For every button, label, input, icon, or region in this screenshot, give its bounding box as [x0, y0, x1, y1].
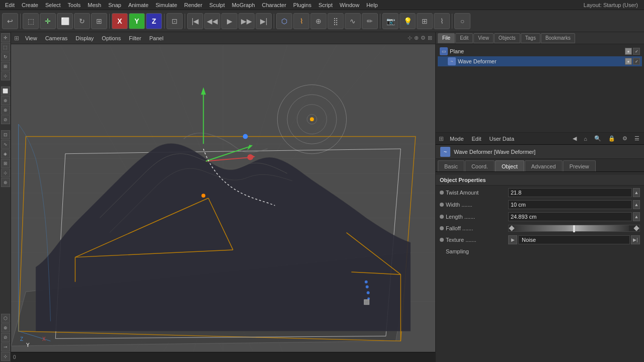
sidebar-tool-15[interactable]: ⊛: [1, 178, 10, 187]
undo-button[interactable]: ↩: [2, 13, 18, 29]
menu-item-animate[interactable]: Animate: [125, 0, 151, 10]
sidebar-select-tool[interactable]: ⬚: [1, 43, 10, 52]
tab-basic[interactable]: Basic: [438, 160, 464, 171]
sidebar-tool-10[interactable]: ⊡: [1, 130, 10, 139]
deformer-button[interactable]: ⌇: [434, 13, 450, 29]
grid-button[interactable]: ⊞: [417, 13, 433, 29]
sidebar-rotate-tool[interactable]: ↻: [1, 52, 10, 61]
viewport-fullscreen-icon[interactable]: ⊞: [428, 35, 432, 41]
props-nav-search[interactable]: 🔍: [593, 135, 603, 142]
menu-item-mograph[interactable]: MoGraph: [229, 0, 258, 10]
obj-tab-view[interactable]: View: [473, 33, 494, 43]
z-axis-button[interactable]: Z: [146, 13, 162, 29]
props-nav-list[interactable]: ☰: [633, 135, 641, 142]
array-button[interactable]: ⣿: [328, 13, 344, 29]
wave-vis-btn[interactable]: ●: [625, 58, 632, 65]
texture-end-btn[interactable]: ▶|: [631, 235, 640, 244]
light-button[interactable]: 💡: [399, 13, 416, 29]
sidebar-move-tool[interactable]: ✛: [1, 33, 10, 42]
sidebar-bottom-3[interactable]: ⊘: [1, 333, 10, 342]
scale-button[interactable]: ⬜: [57, 13, 73, 29]
viewport-menu-options[interactable]: Options: [100, 35, 123, 41]
props-nav-prev[interactable]: ◀: [571, 135, 578, 142]
texture-play-btn[interactable]: ▶: [508, 235, 517, 244]
falloff-handle-center[interactable]: [573, 225, 575, 232]
viewport-menu-view[interactable]: View: [23, 35, 39, 41]
sidebar-tool-5[interactable]: ⊹: [1, 71, 10, 80]
viewport-menu-cameras[interactable]: Cameras: [43, 35, 70, 41]
viewport-menu-display[interactable]: Display: [73, 35, 96, 41]
viewport-canvas[interactable]: Perspective: [11, 44, 435, 352]
viewport-target-icon[interactable]: ⊕: [414, 35, 419, 41]
paint-button[interactable]: ✏: [362, 13, 378, 29]
sidebar-bottom-2[interactable]: ⊕: [1, 323, 10, 332]
menu-item-select[interactable]: Select: [42, 0, 64, 10]
sidebar-tool-6[interactable]: ⬜: [1, 86, 10, 96]
menu-item-simulate[interactable]: Simulate: [152, 0, 180, 10]
sidebar-tool-8[interactable]: ⊗: [1, 106, 10, 115]
props-nav-settings[interactable]: ⚙: [621, 135, 629, 142]
frame-button[interactable]: ⊞: [91, 13, 107, 29]
menu-item-window[interactable]: Window: [337, 0, 362, 10]
twist-amount-input[interactable]: [508, 188, 632, 197]
play-forward-button[interactable]: ▶▶: [238, 13, 255, 29]
tab-advanced[interactable]: Advanced: [525, 160, 562, 171]
menu-item-character[interactable]: Character: [259, 0, 289, 10]
plane-lock-btn[interactable]: ✓: [633, 48, 640, 55]
menu-item-help[interactable]: Help: [363, 0, 381, 10]
move-button[interactable]: ✛: [40, 13, 56, 29]
tab-object[interactable]: Object: [495, 160, 524, 171]
sidebar-tool-11[interactable]: ∿: [1, 140, 10, 149]
length-input[interactable]: [508, 212, 632, 221]
length-up[interactable]: ▲: [633, 212, 640, 221]
play-button[interactable]: ▶: [221, 13, 237, 29]
menu-item-script[interactable]: Script: [315, 0, 336, 10]
wave-lock-btn[interactable]: ✓: [633, 58, 640, 65]
spline-button[interactable]: ∿: [345, 13, 361, 29]
boolean-button[interactable]: ⊕: [310, 13, 327, 29]
width-up[interactable]: ▲: [633, 200, 640, 209]
sidebar-bottom-1[interactable]: ⬡: [1, 314, 10, 323]
obj-row-wave-deformer[interactable]: ~ Wave Deformer ● ✓: [438, 56, 642, 66]
live-select-button[interactable]: ⬚: [23, 13, 39, 29]
light-sphere-button[interactable]: ○: [454, 13, 470, 29]
obj-row-plane[interactable]: ▭ Plane ● ✓: [438, 46, 642, 56]
sidebar-tool-12[interactable]: ◈: [1, 149, 10, 158]
menu-item-snap[interactable]: Snap: [105, 0, 124, 10]
mode-item-mode[interactable]: Mode: [448, 136, 466, 142]
sidebar-tool-13[interactable]: ⊞: [1, 159, 10, 168]
obj-tab-bookmarks[interactable]: Bookmarks: [541, 33, 575, 43]
sidebar-tool-14[interactable]: ⊹: [1, 168, 10, 177]
menu-item-render[interactable]: Render: [181, 0, 205, 10]
object-coord-button[interactable]: ⊡: [167, 13, 183, 29]
props-nav-lock[interactable]: 🔒: [607, 135, 617, 142]
menu-item-plugins[interactable]: Plugins: [290, 0, 314, 10]
tab-preview[interactable]: Preview: [563, 160, 596, 171]
plane-vis-btn[interactable]: ●: [625, 48, 632, 55]
obj-tab-file[interactable]: File: [438, 33, 455, 43]
camera-button[interactable]: 📷: [382, 13, 398, 29]
falloff-slider-track[interactable]: [508, 225, 640, 232]
props-nav-home[interactable]: ⌂: [582, 136, 589, 142]
menu-item-tools[interactable]: Tools: [65, 0, 84, 10]
viewport-settings-icon[interactable]: ⚙: [421, 35, 426, 41]
menu-item-edit[interactable]: Edit: [2, 0, 18, 10]
x-axis-button[interactable]: X: [112, 13, 128, 29]
mode-item-edit[interactable]: Edit: [470, 136, 484, 142]
nurbs-button[interactable]: ⌇: [293, 13, 309, 29]
play-back-button[interactable]: ◀◀: [204, 13, 220, 29]
viewport-menu-panel[interactable]: Panel: [147, 35, 166, 41]
mode-item-userdata[interactable]: User Data: [488, 136, 517, 142]
viewport-axes-icon[interactable]: ⊹: [408, 35, 412, 41]
play-end-button[interactable]: ▶|: [256, 13, 272, 29]
sidebar-tool-9[interactable]: ⊘: [1, 115, 10, 124]
falloff-handle-right[interactable]: [633, 225, 639, 231]
twist-amount-up[interactable]: ▲: [633, 188, 640, 197]
menu-item-create[interactable]: Create: [19, 0, 41, 10]
sidebar-bottom-5[interactable]: ⊹: [1, 352, 10, 361]
obj-tab-edit[interactable]: Edit: [455, 33, 473, 43]
sidebar-bottom-4[interactable]: ⊸: [1, 342, 10, 351]
tab-coord[interactable]: Coord.: [465, 160, 495, 171]
obj-tab-tags[interactable]: Tags: [521, 33, 540, 43]
menu-item-mesh[interactable]: Mesh: [85, 0, 104, 10]
